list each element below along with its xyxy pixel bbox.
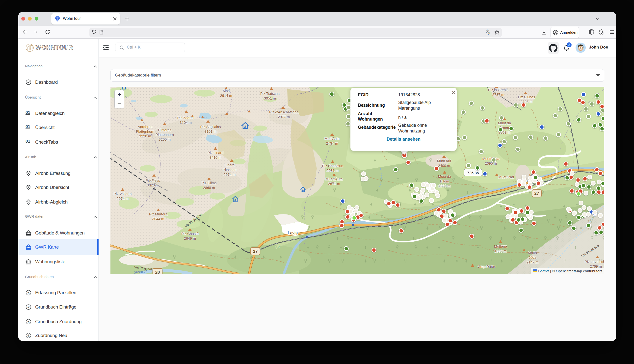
svg-text:Alba: Alba [222, 89, 230, 93]
svg-text:Motta: Motta [528, 251, 537, 255]
svg-text:725.35: 725.35 [467, 170, 479, 175]
svg-text:€: € [28, 334, 30, 338]
svg-text:Piz Sagliains: Piz Sagliains [200, 125, 221, 129]
svg-text:3101 m: 3101 m [204, 130, 216, 134]
svg-text:Piz Fless: Piz Fless [146, 178, 160, 182]
svg-text:Muot Aut: Muot Aut [437, 159, 451, 163]
svg-text:Piz Chastè: Piz Chastè [181, 232, 198, 236]
svg-text:3044 m: 3044 m [152, 217, 164, 221]
svg-text:2914 m: 2914 m [220, 94, 232, 98]
svg-text:Piz la Greala: Piz la Greala [488, 88, 509, 92]
svg-text:Piz Glims: Piz Glims [201, 181, 216, 185]
svg-text:3200 m: 3200 m [159, 138, 171, 142]
svg-text:3051 m: 3051 m [264, 96, 276, 100]
svg-text:Piz Murtera: Piz Murtera [149, 212, 168, 216]
svg-text:2769 m: 2769 m [590, 264, 602, 268]
svg-text:2147 m: 2147 m [526, 260, 538, 264]
svg-text:Linard: Linard [224, 163, 234, 167]
svg-text:Mott'Auta: Mott'Auta [325, 137, 340, 141]
svg-text:3020 m: 3020 m [147, 183, 159, 187]
svg-text:Muott'Auta: Muott'Auta [326, 177, 343, 181]
svg-text:Plattenhorn: Plattenhorn [156, 133, 174, 137]
svg-text:Piz Lavetscha: Piz Lavetscha [585, 260, 604, 264]
svg-text:2849 m: 2849 m [184, 236, 196, 240]
svg-text:€: € [28, 305, 30, 309]
svg-text:2400 m: 2400 m [438, 164, 450, 168]
svg-text:3220 m: 3220 m [139, 134, 151, 138]
svg-text:Piz Linard: Piz Linard [208, 151, 224, 155]
svg-text:27: 27 [534, 191, 539, 196]
svg-text:Muott'Auta: Muott'Auta [482, 157, 500, 161]
svg-text:Pitschen: Pitschen [223, 168, 236, 172]
svg-text:2330 m: 2330 m [438, 184, 450, 188]
svg-text:WOHNTOUR: WOHNTOUR [36, 44, 73, 51]
svg-text:3410 m: 3410 m [210, 156, 222, 160]
svg-text:Leaflet: Leaflet [538, 269, 550, 273]
svg-text:Plattenhorn: Plattenhorn [136, 130, 154, 134]
svg-text:2737 m: 2737 m [492, 92, 504, 96]
svg-text:€: € [28, 320, 30, 324]
svg-text:Muot da: Muot da [438, 174, 451, 178]
svg-text:2737 m: 2737 m [326, 142, 338, 145]
svg-text:2974 m: 2974 m [117, 196, 128, 200]
svg-text:Muot da: Muot da [498, 121, 511, 125]
svg-text:Lavin: Lavin [288, 230, 298, 235]
svg-text:€: € [28, 291, 30, 295]
svg-text:2868 m: 2868 m [203, 186, 215, 190]
svg-text:Jüda: Jüda [528, 256, 536, 260]
svg-text:Hinteres: Hinteres [158, 128, 172, 132]
svg-text:3104 m: 3104 m [180, 120, 192, 124]
svg-text:2931 m: 2931 m [327, 169, 338, 172]
svg-text:27: 27 [253, 249, 258, 254]
svg-text:2671 m: 2671 m [328, 182, 340, 186]
svg-text:Vorderes: Vorderes [138, 125, 152, 129]
svg-text:Piz d'Anschatscha: Piz d'Anschatscha [269, 110, 299, 114]
svg-text:2977 m: 2977 m [278, 115, 290, 119]
svg-text:2974 m: 2974 m [224, 172, 236, 176]
svg-text:1996 m: 1996 m [494, 249, 506, 253]
svg-text:| © OpenStreetMap contributors: | © OpenStreetMap contributors [550, 269, 602, 273]
svg-text:Piz Valtorta: Piz Valtorta [114, 192, 132, 196]
svg-text:Piz Chapisun: Piz Chapisun [322, 164, 343, 168]
svg-text:Piz Tiatscha: Piz Tiatscha [260, 92, 280, 96]
svg-text:Muot-Pad: Muot-Pad [498, 175, 514, 179]
svg-text:28: 28 [155, 270, 160, 274]
svg-text:l'Hom: l'Hom [440, 179, 449, 183]
svg-text:Mottana: Mottana [494, 244, 507, 248]
svg-text:Crap Putèr: Crap Putèr [478, 265, 495, 269]
svg-text:A: A [488, 32, 490, 36]
svg-text:Piz Clünas: Piz Clünas [518, 95, 535, 99]
